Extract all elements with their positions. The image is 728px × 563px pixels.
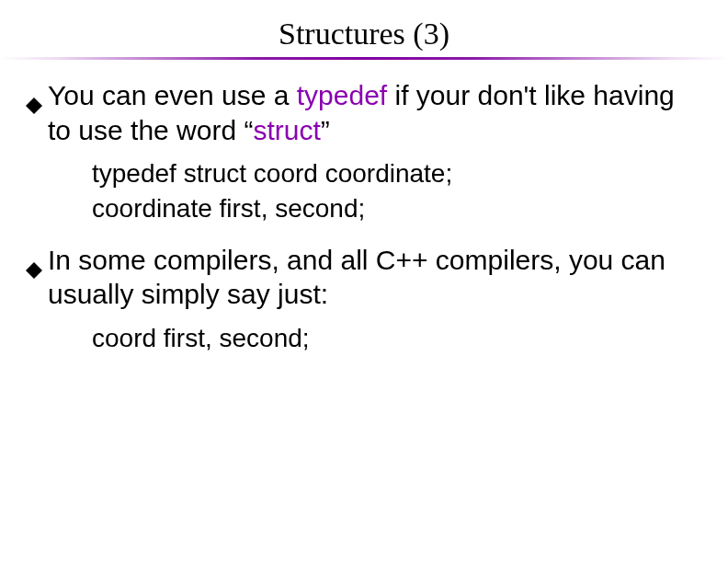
slide-title: Structures (3): [0, 17, 728, 52]
slide-content: You can even use a typedef if your don't…: [0, 67, 728, 355]
plain-text: In some compilers, and all C++ compilers…: [48, 245, 665, 310]
accent-text: struct: [253, 115, 320, 145]
bullet-line: In some compilers, and all C++ compilers…: [26, 243, 702, 312]
bullet-line: You can even use a typedef if your don't…: [26, 78, 702, 147]
title-area: Structures (3): [0, 0, 728, 67]
bullet-block: You can even use a typedef if your don't…: [26, 78, 702, 226]
svg-marker-0: [26, 98, 42, 114]
plain-text: ”: [321, 115, 330, 145]
bullet-text: You can even use a typedef if your don't…: [48, 78, 702, 147]
bullet-block: In some compilers, and all C++ compilers…: [26, 243, 702, 356]
sub-lines: coord first, second;: [26, 321, 702, 356]
diamond-bullet-icon: [26, 87, 42, 122]
svg-marker-1: [26, 262, 42, 279]
bullet-text: In some compilers, and all C++ compilers…: [48, 243, 702, 312]
code-line: typedef struct coord coordinate;: [92, 156, 702, 191]
sub-lines: typedef struct coord coordinate;coordina…: [26, 156, 702, 226]
diamond-bullet-icon: [26, 252, 42, 287]
code-line: coordinate first, second;: [92, 191, 702, 226]
accent-text: typedef: [297, 80, 387, 110]
title-divider: [0, 57, 728, 60]
plain-text: You can even use a: [48, 80, 297, 110]
code-line: coord first, second;: [92, 321, 702, 356]
